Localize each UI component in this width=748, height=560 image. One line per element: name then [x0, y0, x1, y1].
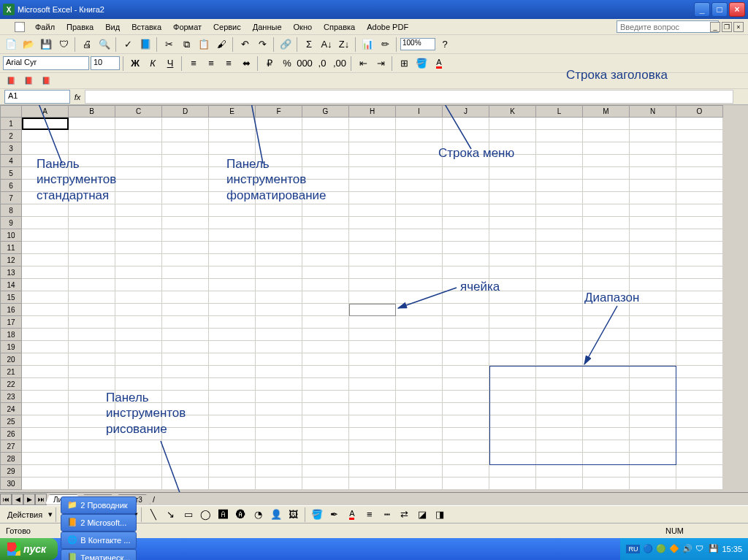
cell[interactable]	[583, 192, 630, 204]
format-painter-icon[interactable]: 🖌	[213, 37, 229, 53]
cell[interactable]	[630, 266, 676, 279]
start-button[interactable]: пуск	[0, 538, 58, 560]
cell[interactable]	[302, 453, 349, 465]
row-header-30[interactable]: 30	[0, 477, 22, 490]
clipart-icon[interactable]: 👤	[268, 507, 284, 523]
cell[interactable]	[69, 440, 115, 453]
cell[interactable]	[396, 316, 443, 329]
cell[interactable]	[349, 378, 396, 391]
cell[interactable]	[349, 453, 396, 465]
cell[interactable]	[256, 329, 302, 341]
cell[interactable]	[630, 304, 676, 316]
cell[interactable]	[443, 378, 489, 391]
cell[interactable]	[256, 366, 302, 378]
col-header-K[interactable]: K	[489, 105, 536, 118]
cell[interactable]	[256, 204, 302, 217]
cell[interactable]	[583, 341, 630, 353]
textbox-icon[interactable]: 🅰	[215, 507, 232, 523]
cell[interactable]	[256, 254, 302, 266]
cell[interactable]	[69, 477, 115, 490]
cell[interactable]	[115, 118, 162, 130]
formula-input[interactable]	[85, 90, 733, 104]
cell[interactable]	[162, 304, 209, 316]
save-icon[interactable]: 💾	[38, 37, 54, 53]
cell[interactable]	[443, 415, 489, 428]
cell[interactable]	[349, 192, 396, 204]
cell[interactable]	[209, 254, 256, 266]
cell[interactable]	[676, 291, 723, 304]
italic-icon[interactable]: К	[145, 55, 161, 72]
cell[interactable]	[396, 130, 443, 142]
cell[interactable]	[302, 378, 349, 391]
cell[interactable]	[349, 229, 396, 242]
cell[interactable]	[162, 229, 209, 242]
cell[interactable]	[22, 440, 69, 453]
fill-icon[interactable]: 🪣	[309, 507, 325, 523]
cell[interactable]	[209, 118, 256, 130]
row-header-22[interactable]: 22	[0, 378, 22, 391]
cell[interactable]	[302, 242, 349, 254]
cell[interactable]	[489, 167, 536, 180]
col-header-J[interactable]: J	[443, 105, 489, 118]
cell[interactable]	[489, 316, 536, 329]
cell[interactable]	[349, 155, 396, 167]
cell[interactable]	[443, 304, 489, 316]
menu-данные[interactable]: Данные	[247, 21, 288, 33]
cell[interactable]	[396, 366, 443, 378]
cell[interactable]	[676, 279, 723, 291]
cell[interactable]	[349, 440, 396, 453]
cell[interactable]	[115, 242, 162, 254]
cell[interactable]	[396, 304, 443, 316]
cell[interactable]	[396, 279, 443, 291]
cell[interactable]	[162, 329, 209, 341]
research-icon[interactable]: 📘	[137, 37, 153, 53]
3d-icon[interactable]: ◨	[432, 507, 448, 523]
font-color-draw-icon[interactable]: A	[344, 507, 360, 523]
name-box[interactable]: A1	[4, 90, 70, 104]
cell[interactable]	[302, 465, 349, 477]
taskbar-item-3[interactable]: 📗Тематическ...	[61, 549, 137, 560]
row-header-19[interactable]: 19	[0, 341, 22, 353]
cell[interactable]	[349, 266, 396, 279]
cell[interactable]	[69, 329, 115, 341]
cell[interactable]	[583, 155, 630, 167]
cell[interactable]	[302, 254, 349, 266]
cell[interactable]	[349, 167, 396, 180]
cell[interactable]	[115, 291, 162, 304]
cell[interactable]	[583, 180, 630, 192]
cell[interactable]	[583, 254, 630, 266]
cell[interactable]	[302, 204, 349, 217]
menu-вставка[interactable]: Вставка	[126, 21, 167, 33]
cell[interactable]	[256, 440, 302, 453]
cell[interactable]	[69, 366, 115, 378]
cell[interactable]	[536, 155, 583, 167]
cell[interactable]	[162, 378, 209, 391]
cell[interactable]	[302, 279, 349, 291]
picture-icon[interactable]: 🖼	[286, 507, 302, 523]
cell[interactable]	[443, 329, 489, 341]
cell[interactable]	[22, 415, 69, 428]
cell[interactable]	[115, 465, 162, 477]
row-header-24[interactable]: 24	[0, 403, 22, 415]
cell[interactable]	[209, 341, 256, 353]
row-header-16[interactable]: 16	[0, 304, 22, 316]
cell[interactable]	[583, 242, 630, 254]
cell[interactable]	[349, 353, 396, 366]
cell[interactable]	[443, 204, 489, 217]
cell[interactable]	[162, 266, 209, 279]
font-color-icon[interactable]: A	[431, 55, 447, 72]
col-header-E[interactable]: E	[209, 105, 256, 118]
cell[interactable]	[396, 440, 443, 453]
cell[interactable]	[162, 254, 209, 266]
col-header-G[interactable]: G	[302, 105, 349, 118]
tray-icon-6[interactable]: 💾	[709, 544, 719, 554]
cell[interactable]	[256, 217, 302, 229]
cell[interactable]	[162, 279, 209, 291]
cell[interactable]	[302, 291, 349, 304]
cell[interactable]	[396, 266, 443, 279]
cell[interactable]	[630, 167, 676, 180]
cell[interactable]	[396, 403, 443, 415]
cell[interactable]	[209, 353, 256, 366]
cell[interactable]	[489, 192, 536, 204]
cell[interactable]	[536, 180, 583, 192]
